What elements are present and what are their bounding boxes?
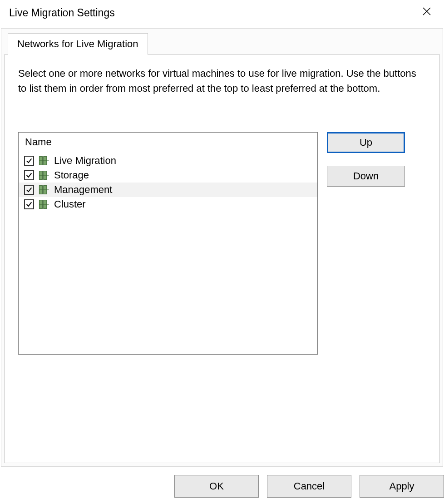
- checkbox-icon[interactable]: [24, 156, 34, 166]
- checkbox-icon[interactable]: [24, 185, 34, 195]
- tab-strip: Networks for Live Migration: [1, 29, 443, 54]
- list-item-label: Storage: [54, 169, 89, 181]
- close-icon[interactable]: [419, 5, 435, 20]
- dialog-footer: OK Cancel Apply: [168, 469, 444, 504]
- network-adapter-icon: [38, 169, 50, 182]
- tab-networks[interactable]: Networks for Live Migration: [8, 33, 148, 55]
- list-item[interactable]: Storage: [19, 168, 317, 183]
- list-item-label: Live Migration: [54, 155, 116, 167]
- list-item-label: Management: [54, 184, 112, 196]
- column-header-name[interactable]: Name: [19, 133, 317, 152]
- down-button[interactable]: Down: [327, 166, 405, 187]
- network-adapter-icon: [38, 183, 50, 196]
- network-adapter-icon: [38, 198, 50, 211]
- list-item-label: Cluster: [54, 198, 86, 210]
- list-item[interactable]: Cluster: [19, 197, 317, 212]
- network-list[interactable]: Name Live Migration: [18, 132, 318, 355]
- list-row: Name Live Migration: [18, 132, 426, 355]
- apply-button[interactable]: Apply: [360, 475, 444, 498]
- tab-panel-networks: Select one or more networks for virtual …: [4, 54, 440, 463]
- network-adapter-icon: [38, 154, 50, 167]
- ok-button[interactable]: OK: [174, 475, 259, 498]
- list-items: Live Migration Storage: [19, 152, 317, 213]
- reorder-buttons: Up Down: [327, 132, 405, 187]
- description-text: Select one or more networks for virtual …: [18, 66, 426, 96]
- list-item[interactable]: Live Migration: [19, 153, 317, 168]
- dialog-body: Networks for Live Migration Select one o…: [1, 28, 443, 467]
- list-item[interactable]: Management: [19, 183, 317, 197]
- up-button[interactable]: Up: [327, 132, 405, 153]
- checkbox-icon[interactable]: [24, 199, 34, 209]
- window-title: Live Migration Settings: [9, 7, 115, 19]
- cancel-button[interactable]: Cancel: [267, 475, 351, 498]
- checkbox-icon[interactable]: [24, 170, 34, 180]
- title-bar: Live Migration Settings: [0, 0, 444, 25]
